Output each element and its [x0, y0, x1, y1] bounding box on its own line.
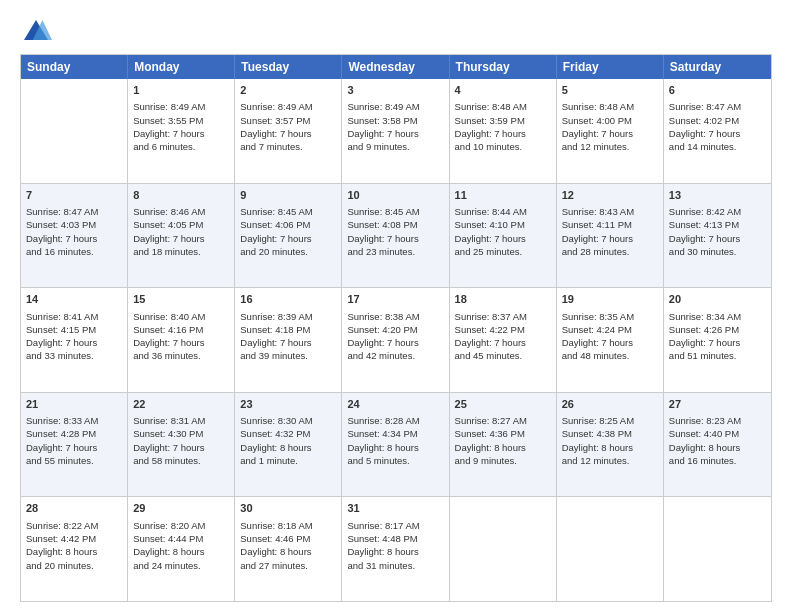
cell-text: Daylight: 7 hours [26, 336, 122, 349]
calendar-cell [557, 497, 664, 601]
calendar-cell [21, 79, 128, 183]
cell-text: and 18 minutes. [133, 245, 229, 258]
cell-text: and 6 minutes. [133, 140, 229, 153]
calendar-cell: 22Sunrise: 8:31 AMSunset: 4:30 PMDayligh… [128, 393, 235, 497]
cell-text: Sunset: 4:34 PM [347, 427, 443, 440]
calendar-row-4: 21Sunrise: 8:33 AMSunset: 4:28 PMDayligh… [21, 392, 771, 497]
day-number: 31 [347, 501, 443, 516]
cell-text: Sunrise: 8:17 AM [347, 519, 443, 532]
cell-text: Sunrise: 8:27 AM [455, 414, 551, 427]
cell-text: Daylight: 7 hours [347, 232, 443, 245]
calendar-cell: 25Sunrise: 8:27 AMSunset: 4:36 PMDayligh… [450, 393, 557, 497]
cell-text: Daylight: 8 hours [669, 441, 766, 454]
cell-text: Sunset: 4:20 PM [347, 323, 443, 336]
calendar-cell: 17Sunrise: 8:38 AMSunset: 4:20 PMDayligh… [342, 288, 449, 392]
header-day-wednesday: Wednesday [342, 55, 449, 79]
day-number: 2 [240, 83, 336, 98]
cell-text: Sunset: 4:10 PM [455, 218, 551, 231]
cell-text: Sunset: 4:36 PM [455, 427, 551, 440]
calendar-cell: 21Sunrise: 8:33 AMSunset: 4:28 PMDayligh… [21, 393, 128, 497]
cell-text: and 48 minutes. [562, 349, 658, 362]
cell-text: Sunset: 4:18 PM [240, 323, 336, 336]
day-number: 11 [455, 188, 551, 203]
cell-text: and 12 minutes. [562, 140, 658, 153]
cell-text: Daylight: 8 hours [240, 441, 336, 454]
day-number: 14 [26, 292, 122, 307]
cell-text: and 16 minutes. [669, 454, 766, 467]
cell-text: Sunrise: 8:46 AM [133, 205, 229, 218]
cell-text: Sunset: 4:13 PM [669, 218, 766, 231]
cell-text: Sunrise: 8:48 AM [455, 100, 551, 113]
cell-text: Sunset: 4:26 PM [669, 323, 766, 336]
cell-text: Sunrise: 8:20 AM [133, 519, 229, 532]
header-day-tuesday: Tuesday [235, 55, 342, 79]
cell-text: and 5 minutes. [347, 454, 443, 467]
cell-text: Sunrise: 8:34 AM [669, 310, 766, 323]
cell-text: Sunrise: 8:44 AM [455, 205, 551, 218]
cell-text: Sunrise: 8:40 AM [133, 310, 229, 323]
cell-text: Sunset: 3:58 PM [347, 114, 443, 127]
cell-text: Sunrise: 8:28 AM [347, 414, 443, 427]
calendar-cell: 19Sunrise: 8:35 AMSunset: 4:24 PMDayligh… [557, 288, 664, 392]
day-number: 4 [455, 83, 551, 98]
cell-text: Daylight: 8 hours [562, 441, 658, 454]
calendar-cell: 1Sunrise: 8:49 AMSunset: 3:55 PMDaylight… [128, 79, 235, 183]
cell-text: Daylight: 7 hours [669, 232, 766, 245]
day-number: 25 [455, 397, 551, 412]
cell-text: Sunrise: 8:47 AM [669, 100, 766, 113]
page: SundayMondayTuesdayWednesdayThursdayFrid… [0, 0, 792, 612]
calendar-cell [450, 497, 557, 601]
cell-text: Sunrise: 8:25 AM [562, 414, 658, 427]
cell-text: Sunset: 4:30 PM [133, 427, 229, 440]
cell-text: Daylight: 7 hours [347, 336, 443, 349]
day-number: 13 [669, 188, 766, 203]
calendar-cell: 30Sunrise: 8:18 AMSunset: 4:46 PMDayligh… [235, 497, 342, 601]
day-number: 8 [133, 188, 229, 203]
cell-text: Sunrise: 8:33 AM [26, 414, 122, 427]
header-day-friday: Friday [557, 55, 664, 79]
cell-text: Sunset: 4:00 PM [562, 114, 658, 127]
day-number: 21 [26, 397, 122, 412]
cell-text: Daylight: 7 hours [347, 127, 443, 140]
cell-text: Daylight: 8 hours [347, 545, 443, 558]
day-number: 24 [347, 397, 443, 412]
cell-text: and 10 minutes. [455, 140, 551, 153]
day-number: 12 [562, 188, 658, 203]
cell-text: Sunset: 4:40 PM [669, 427, 766, 440]
cell-text: and 28 minutes. [562, 245, 658, 258]
calendar-cell: 16Sunrise: 8:39 AMSunset: 4:18 PMDayligh… [235, 288, 342, 392]
cell-text: Sunset: 4:15 PM [26, 323, 122, 336]
day-number: 30 [240, 501, 336, 516]
cell-text: Sunset: 3:57 PM [240, 114, 336, 127]
header [20, 16, 772, 48]
calendar-cell: 7Sunrise: 8:47 AMSunset: 4:03 PMDaylight… [21, 184, 128, 288]
day-number: 3 [347, 83, 443, 98]
cell-text: and 33 minutes. [26, 349, 122, 362]
day-number: 19 [562, 292, 658, 307]
cell-text: Daylight: 7 hours [562, 336, 658, 349]
cell-text: Sunset: 4:44 PM [133, 532, 229, 545]
cell-text: Daylight: 7 hours [669, 336, 766, 349]
day-number: 16 [240, 292, 336, 307]
calendar-cell: 6Sunrise: 8:47 AMSunset: 4:02 PMDaylight… [664, 79, 771, 183]
cell-text: Sunset: 4:46 PM [240, 532, 336, 545]
cell-text: Daylight: 7 hours [26, 232, 122, 245]
calendar-cell: 10Sunrise: 8:45 AMSunset: 4:08 PMDayligh… [342, 184, 449, 288]
cell-text: Sunrise: 8:30 AM [240, 414, 336, 427]
cell-text: and 20 minutes. [240, 245, 336, 258]
cell-text: Sunset: 4:38 PM [562, 427, 658, 440]
cell-text: and 31 minutes. [347, 559, 443, 572]
calendar-cell: 2Sunrise: 8:49 AMSunset: 3:57 PMDaylight… [235, 79, 342, 183]
cell-text: Sunrise: 8:47 AM [26, 205, 122, 218]
cell-text: Daylight: 8 hours [240, 545, 336, 558]
cell-text: Sunset: 4:28 PM [26, 427, 122, 440]
cell-text: and 25 minutes. [455, 245, 551, 258]
cell-text: Sunset: 4:24 PM [562, 323, 658, 336]
cell-text: Sunrise: 8:35 AM [562, 310, 658, 323]
cell-text: Sunrise: 8:37 AM [455, 310, 551, 323]
calendar-cell: 18Sunrise: 8:37 AMSunset: 4:22 PMDayligh… [450, 288, 557, 392]
cell-text: Sunrise: 8:49 AM [133, 100, 229, 113]
calendar-cell: 3Sunrise: 8:49 AMSunset: 3:58 PMDaylight… [342, 79, 449, 183]
calendar-cell: 11Sunrise: 8:44 AMSunset: 4:10 PMDayligh… [450, 184, 557, 288]
cell-text: and 30 minutes. [669, 245, 766, 258]
